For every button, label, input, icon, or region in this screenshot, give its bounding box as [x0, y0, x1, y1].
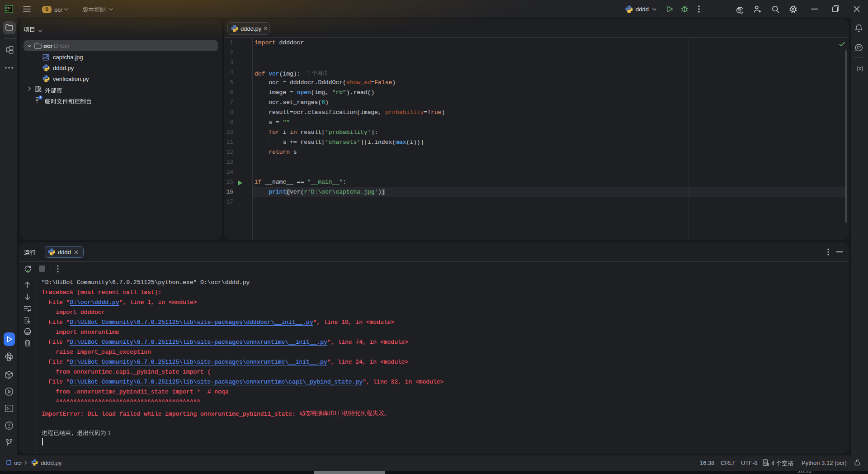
svg-text:PC: PC [6, 6, 10, 9]
